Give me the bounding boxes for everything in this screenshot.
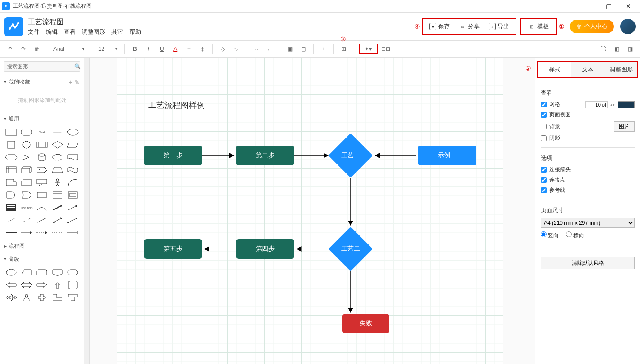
shape-adv-person[interactable] <box>20 293 33 302</box>
shape-list[interactable] <box>4 203 18 213</box>
shape-hline3[interactable] <box>35 228 49 238</box>
shape-ellipse[interactable] <box>66 127 80 137</box>
close-button[interactable]: ✕ <box>618 0 638 13</box>
shape-adv-tag[interactable] <box>51 267 64 277</box>
font-family-select[interactable]: Arial▼ <box>52 45 87 53</box>
tab-text[interactable]: 文本 <box>571 62 604 77</box>
shape-hline4[interactable] <box>51 228 64 238</box>
shape-card[interactable] <box>20 178 33 187</box>
shape-actor[interactable] <box>51 178 64 187</box>
bold-button[interactable]: B <box>129 44 140 54</box>
tab-arrange[interactable]: 调整图形 <box>604 62 637 77</box>
menu-other[interactable]: 其它 <box>111 28 123 36</box>
shape-line-curve[interactable] <box>35 203 49 213</box>
save-button[interactable]: ▾保存 <box>426 21 453 32</box>
canvas[interactable]: 工艺流程图样例 第一步 第二步 工艺一 示例一 第五步 第四步 工艺二 失败 <box>117 58 503 364</box>
checkbox-background[interactable] <box>541 124 547 129</box>
shape-cylinder[interactable] <box>35 152 49 162</box>
maximize-button[interactable]: ▢ <box>599 0 618 13</box>
shape-diamond[interactable] <box>51 140 64 150</box>
shape-dashed[interactable] <box>4 215 18 225</box>
redo-button[interactable]: ↷ <box>18 44 29 54</box>
node-fail[interactable]: 失败 <box>342 314 389 333</box>
line-height-button[interactable]: ‡ <box>197 44 208 54</box>
checkbox-shadow[interactable] <box>541 135 547 141</box>
search-shapes[interactable]: 🔍 <box>4 61 80 72</box>
delete-button[interactable]: 🗑 <box>31 44 42 54</box>
checkbox-pageview[interactable] <box>541 112 547 118</box>
diagram-title[interactable]: 工艺流程图样例 <box>148 100 205 111</box>
shape-line[interactable] <box>35 215 49 225</box>
menu-file[interactable]: 文件 <box>28 28 40 36</box>
tab-style[interactable]: 样式 <box>538 62 571 77</box>
node-step4[interactable]: 第四步 <box>236 239 294 259</box>
shape-cube[interactable] <box>20 165 33 175</box>
menu-view[interactable]: 查看 <box>64 28 76 36</box>
shape-document[interactable] <box>66 152 80 162</box>
shape-note[interactable] <box>4 178 18 187</box>
shape-hline1[interactable] <box>4 228 18 238</box>
minimize-button[interactable]: — <box>579 0 599 13</box>
format-panel-button[interactable]: ◧ <box>611 44 622 54</box>
shape-adv-cross-bi[interactable] <box>4 293 18 302</box>
document-title[interactable]: 工艺流程图 <box>28 18 141 27</box>
shape-container[interactable] <box>51 190 64 200</box>
align-button[interactable]: ≡ <box>183 44 194 54</box>
font-size-select[interactable]: 12▼ <box>97 45 120 53</box>
node-step2[interactable]: 第二步 <box>236 146 294 165</box>
left-scrollbar[interactable] <box>84 58 89 364</box>
checkbox-grid[interactable] <box>541 102 547 107</box>
background-image-button[interactable]: 图片 <box>614 121 635 132</box>
italic-button[interactable]: I <box>143 44 154 54</box>
shape-arrow-bi[interactable] <box>51 203 64 213</box>
checkbox-conn-arrow[interactable] <box>541 167 547 173</box>
shape-adv-round[interactable] <box>66 267 80 277</box>
node-step5[interactable]: 第五步 <box>144 239 202 259</box>
section-advanced[interactable]: 高级 <box>0 253 84 266</box>
avatar[interactable] <box>620 19 636 34</box>
grid-size-input[interactable] <box>585 101 608 108</box>
grid-toggle-button[interactable]: ⊞③ <box>338 44 349 54</box>
shape-parallelogram[interactable] <box>66 140 80 150</box>
shape-adv-arrow-l[interactable] <box>4 280 18 290</box>
waypoint-button[interactable]: ⌐ <box>264 44 275 54</box>
shape-dotted[interactable] <box>20 215 33 225</box>
add-button[interactable]: + <box>318 44 329 54</box>
shape-callout[interactable] <box>35 178 49 187</box>
undo-button[interactable]: ↶ <box>4 44 15 54</box>
font-color-button[interactable]: A <box>170 44 181 54</box>
page-size-select[interactable]: A4 (210 mm x 297 mm) <box>541 218 635 228</box>
node-ex1[interactable]: 示例一 <box>418 146 476 165</box>
checkbox-conn-point[interactable] <box>541 177 547 183</box>
shape-circle[interactable] <box>20 140 33 150</box>
shape-curve[interactable] <box>66 178 80 187</box>
shape-hline2[interactable] <box>20 228 33 238</box>
to-front-button[interactable]: ▣ <box>284 44 295 54</box>
underline-button[interactable]: U <box>156 44 167 54</box>
shape-trapezoid[interactable] <box>51 165 64 175</box>
outline-panel-button[interactable]: ◨ <box>625 44 636 54</box>
menu-edit[interactable]: 编辑 <box>46 28 58 36</box>
to-back-button[interactable]: ▢ <box>298 44 309 54</box>
user-center-button[interactable]: ♛个人中心 <box>570 20 614 33</box>
node-proc1[interactable]: 工艺一 <box>328 133 373 178</box>
fill-color-button[interactable]: ◇ <box>217 44 228 54</box>
shape-hexagon[interactable] <box>4 152 18 162</box>
section-general[interactable]: 通用 <box>0 112 84 125</box>
shape-textbox[interactable]: ═══ <box>51 127 64 137</box>
shape-adv-cross[interactable] <box>35 293 49 302</box>
add-icon[interactable]: + <box>69 79 72 86</box>
fullscreen-button[interactable]: ⛶ <box>598 44 609 54</box>
shape-adv-corner[interactable] <box>51 293 64 302</box>
section-flowchart[interactable]: 流程图 <box>0 240 84 253</box>
shape-adv-trap[interactable] <box>20 267 33 277</box>
shape-rect[interactable] <box>4 127 18 137</box>
shape-conn[interactable] <box>66 215 80 225</box>
shape-internal[interactable] <box>4 165 18 175</box>
clear-default-style-button[interactable]: 清除默认风格 <box>541 257 635 269</box>
share-button[interactable]: ∞分享 <box>455 21 483 32</box>
shape-or[interactable] <box>20 190 33 200</box>
search-input[interactable] <box>7 63 74 70</box>
edit-icon[interactable]: ✎ <box>74 79 80 86</box>
shape-frame[interactable] <box>66 190 80 200</box>
